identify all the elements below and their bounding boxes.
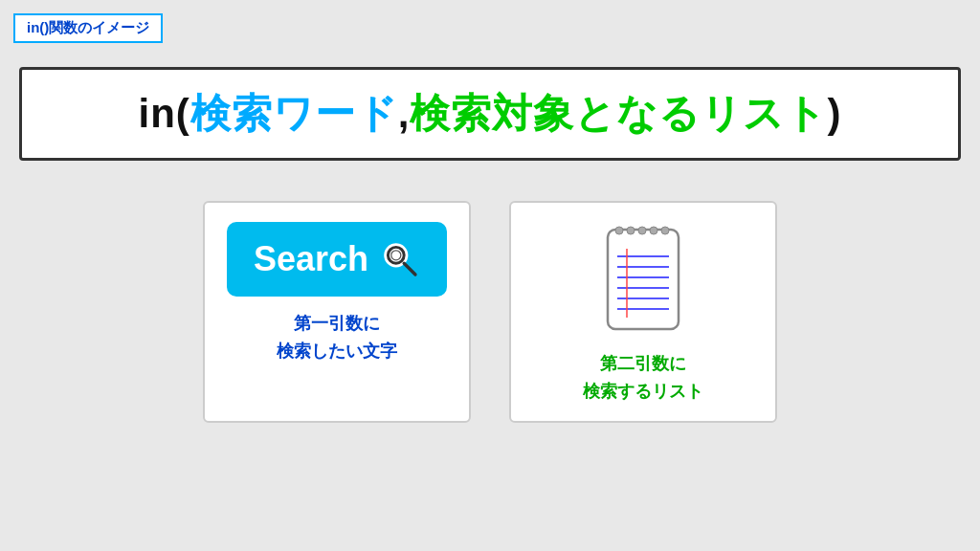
formula-prefix: in(	[139, 91, 190, 136]
formula-param1: 検索ワード	[190, 91, 398, 136]
search-label: Search	[254, 239, 368, 279]
formula-box: in(検索ワード,検索対象となるリスト)	[19, 67, 961, 161]
card1-label: 第一引数に 検索したい文字	[277, 310, 397, 365]
svg-rect-7	[638, 227, 646, 234]
formula-text: in(検索ワード,検索対象となるリスト)	[41, 87, 939, 141]
svg-rect-8	[650, 227, 657, 234]
search-icon	[380, 239, 420, 279]
card-notebook: 第二引数に 検索するリスト	[509, 201, 777, 423]
formula-param2: 検索対象となるリスト	[410, 91, 827, 136]
top-label: in()関数のイメージ	[13, 13, 163, 43]
cards-container: Search 第一引数に 検索したい文字	[19, 201, 961, 423]
notebook-container	[586, 222, 701, 337]
card-search: Search 第一引数に 検索したい文字	[203, 201, 471, 423]
search-box: Search	[227, 222, 447, 297]
notebook-icon	[590, 222, 696, 337]
svg-rect-6	[627, 227, 635, 234]
svg-rect-5	[615, 227, 623, 234]
formula-suffix: )	[827, 91, 841, 136]
formula-comma: ,	[398, 91, 411, 136]
card2-label: 第二引数に 検索するリスト	[583, 350, 703, 406]
svg-rect-9	[661, 227, 669, 234]
svg-rect-4	[608, 230, 679, 329]
svg-line-3	[404, 263, 415, 275]
